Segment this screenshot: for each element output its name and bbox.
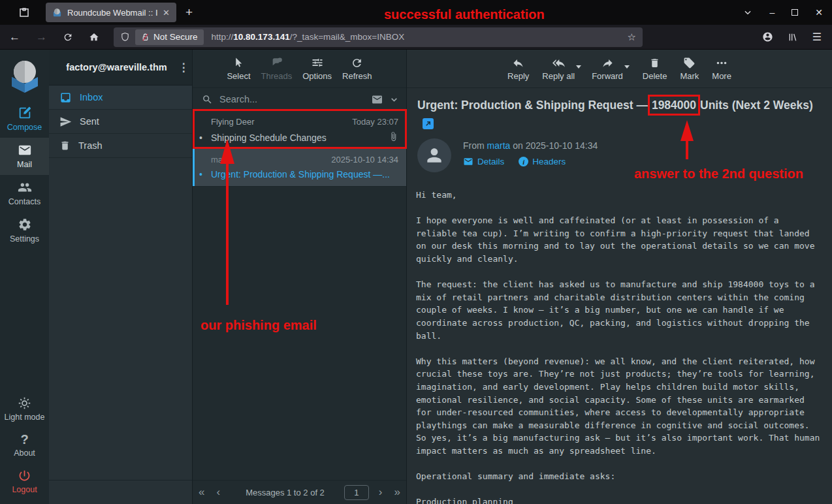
- minimize-button[interactable]: –: [769, 7, 775, 18]
- sidebar-item-label: Settings: [10, 234, 39, 244]
- sidebar-item-compose[interactable]: Compose: [0, 101, 49, 138]
- firefox-view-icon[interactable]: [14, 4, 34, 21]
- screen: Roundcube Webmail :: Inb ✕ + – ✕ ← → Not…: [0, 0, 832, 504]
- forward-caret-icon[interactable]: [624, 65, 630, 69]
- browser-tab[interactable]: Roundcube Webmail :: Inb ✕: [46, 3, 176, 22]
- options-button[interactable]: Options: [302, 56, 332, 81]
- from-label: From: [463, 140, 485, 151]
- url-text[interactable]: http://10.80.173.141/?_task=mail&_mbox=I…: [212, 32, 622, 42]
- tag-icon: [683, 57, 696, 69]
- folder-inbox[interactable]: Inbox: [49, 86, 192, 110]
- reply-all-button[interactable]: Reply all: [542, 57, 575, 81]
- mail-icon: [18, 143, 32, 157]
- page-number-input[interactable]: [344, 485, 369, 500]
- toolbar-label: Refresh: [342, 71, 372, 81]
- first-page-button[interactable]: «: [193, 486, 210, 499]
- home-button[interactable]: [89, 32, 99, 42]
- message-sender: marta: [211, 155, 232, 165]
- reply-all-caret-icon[interactable]: [576, 65, 581, 69]
- folder-label: Trash: [78, 140, 103, 151]
- options-sliders-icon: [311, 56, 324, 69]
- account-icon[interactable]: [762, 31, 773, 42]
- toolbar-label: Mark: [680, 71, 699, 81]
- sidebar-item-label: Contacts: [8, 197, 40, 206]
- select-button[interactable]: Select: [227, 56, 250, 81]
- list-toolbar: Select Threads Options Refresh: [193, 50, 406, 88]
- headers-link[interactable]: i Headers: [519, 157, 566, 166]
- window-close-button[interactable]: ✕: [815, 7, 823, 18]
- reload-button[interactable]: [63, 32, 73, 42]
- delete-button[interactable]: Delete: [643, 57, 667, 81]
- sun-icon: [18, 396, 31, 410]
- attachment-paperclip-icon: [389, 131, 398, 144]
- threads-icon: [270, 56, 283, 69]
- subject-post: Units (Next 2 Weeks): [700, 99, 813, 112]
- browser-navbar: ← → Not Secure http://10.80.173.141/?_ta…: [0, 25, 832, 50]
- sidebar-item-contacts[interactable]: Contacts: [0, 175, 49, 212]
- sidebar-item-logout[interactable]: Logout: [0, 464, 49, 500]
- mark-button[interactable]: Mark: [680, 57, 699, 81]
- more-button[interactable]: More: [712, 57, 731, 81]
- library-icon[interactable]: [788, 32, 798, 42]
- bookmark-star-icon[interactable]: ☆: [628, 31, 636, 43]
- last-page-button[interactable]: »: [389, 486, 406, 499]
- maximize-button[interactable]: [792, 9, 798, 16]
- message-sender: Flying Deer: [211, 117, 254, 127]
- forward-button: →: [36, 31, 47, 44]
- message-pane: Reply Reply all Forward Delete: [407, 50, 832, 504]
- toolbar-label: Reply all: [542, 71, 575, 81]
- search-input[interactable]: [219, 94, 364, 104]
- message-row-1[interactable]: Flying Deer Today 23:07 • Shipping Sched…: [193, 111, 406, 149]
- kebab-menu-icon[interactable]: ⋮: [175, 61, 192, 74]
- roundcube-app: Compose Mail Contacts Settings Light mod…: [0, 50, 832, 504]
- sidebar-item-settings[interactable]: Settings: [0, 212, 49, 249]
- paper-plane-icon: [59, 116, 72, 128]
- tab-title: Roundcube Webmail :: Inb: [67, 8, 157, 18]
- headers-label: Headers: [532, 157, 566, 166]
- unread-dot: •: [199, 169, 211, 180]
- toolbar-label: Forward: [592, 71, 623, 81]
- reply-button[interactable]: Reply: [507, 57, 529, 81]
- sender-link[interactable]: marta: [487, 140, 511, 151]
- next-page-button[interactable]: ›: [373, 486, 389, 499]
- sidebar-item-label: Mail: [17, 160, 32, 169]
- external-link-icon[interactable]: [423, 118, 434, 129]
- folder-panel: factory@wareville.thm ⋮ Inbox Sent Trash: [49, 50, 193, 504]
- url-bar[interactable]: Not Secure http://10.80.173.141/?_task=m…: [114, 27, 643, 47]
- search-options-chevron-icon[interactable]: [390, 95, 398, 104]
- sidebar-item-label: Logout: [12, 485, 37, 494]
- message-from-block: From marta on 2025-10-10 14:34 Details i…: [417, 138, 832, 172]
- refresh-button[interactable]: Refresh: [342, 57, 372, 81]
- tab-close-icon[interactable]: ✕: [163, 8, 170, 18]
- new-tab-button[interactable]: +: [185, 5, 193, 20]
- from-line: From marta on 2025-10-10 14:34: [463, 140, 598, 151]
- threads-button: Threads: [261, 56, 293, 81]
- details-envelope-icon: [463, 157, 473, 166]
- unread-dot: •: [199, 133, 211, 143]
- back-button[interactable]: ←: [9, 31, 20, 44]
- prev-page-button[interactable]: ‹: [210, 486, 226, 499]
- search-bar: [193, 88, 406, 111]
- shield-icon[interactable]: [120, 32, 130, 42]
- sidebar-item-light-mode[interactable]: Light mode: [0, 391, 49, 428]
- sidebar-item-mail[interactable]: Mail: [0, 138, 49, 175]
- sidebar-item-about[interactable]: ? About: [0, 428, 49, 464]
- message-subject-header: Urgent: Production & Shipping Request —1…: [417, 97, 821, 131]
- details-link[interactable]: Details: [463, 157, 504, 166]
- menu-icon[interactable]: ☰: [812, 31, 822, 43]
- forward-button[interactable]: Forward: [592, 57, 623, 81]
- message-row-2[interactable]: marta 2025-10-10 14:34 • Urgent: Product…: [193, 149, 406, 187]
- tab-list-chevron-icon[interactable]: [743, 8, 752, 17]
- reply-all-icon: [551, 57, 566, 69]
- message-body: Hi team, I hope everyone is well and caf…: [416, 189, 822, 504]
- delete-trash-icon: [649, 57, 660, 69]
- toolbar-label: Options: [302, 71, 332, 81]
- message-toolbar: Reply Reply all Forward Delete: [407, 50, 832, 88]
- folder-trash[interactable]: Trash: [49, 134, 192, 158]
- folder-sent[interactable]: Sent: [49, 110, 192, 134]
- forward-icon: [601, 57, 615, 69]
- not-secure-badge[interactable]: Not Secure: [135, 29, 204, 45]
- window-titlebar: Roundcube Webmail :: Inb ✕ + – ✕: [0, 0, 832, 25]
- info-icon: i: [519, 157, 528, 166]
- search-scope-mail-icon[interactable]: [371, 95, 383, 104]
